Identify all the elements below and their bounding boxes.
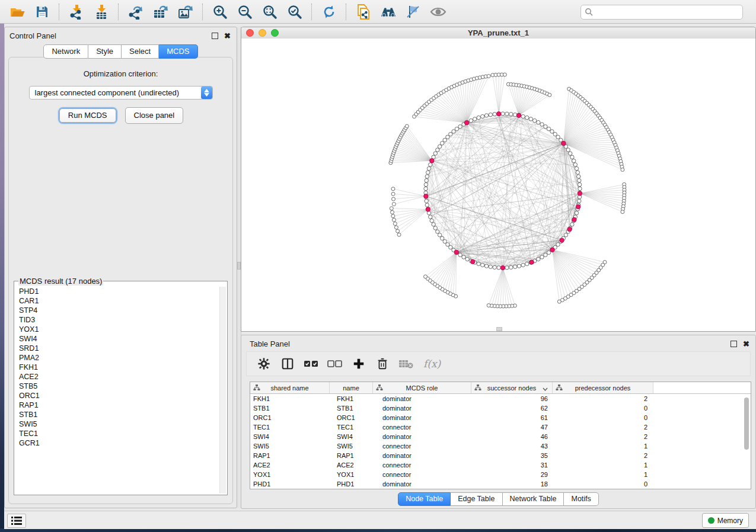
mcds-hub-node[interactable] bbox=[426, 207, 430, 211]
save-session-button[interactable] bbox=[33, 2, 52, 21]
network-node[interactable] bbox=[465, 257, 469, 261]
network-node[interactable] bbox=[433, 152, 437, 155]
column-header-shared-name[interactable]: shared name bbox=[250, 382, 330, 393]
mcds-hub-node[interactable] bbox=[567, 227, 572, 231]
network-node[interactable] bbox=[576, 171, 579, 174]
mcds-hub-node[interactable] bbox=[550, 248, 554, 252]
network-node[interactable] bbox=[452, 130, 455, 133]
network-node[interactable] bbox=[436, 230, 439, 233]
open-session-button[interactable] bbox=[8, 2, 27, 21]
close-panel-button[interactable]: Close panel bbox=[125, 107, 184, 124]
task-history-button[interactable] bbox=[7, 514, 26, 528]
network-node[interactable] bbox=[446, 135, 449, 139]
network-node[interactable] bbox=[505, 266, 509, 270]
network-node[interactable] bbox=[547, 127, 550, 130]
leaf-node[interactable] bbox=[391, 214, 395, 218]
network-node[interactable] bbox=[425, 203, 429, 207]
mcds-hub-node[interactable] bbox=[572, 217, 576, 222]
clone-network-button[interactable] bbox=[354, 2, 373, 21]
leaf-node[interactable] bbox=[557, 300, 561, 303]
network-node[interactable] bbox=[455, 127, 458, 130]
search-network-button[interactable] bbox=[379, 2, 398, 21]
mcds-result-item[interactable]: STB1 bbox=[19, 410, 220, 419]
network-node[interactable] bbox=[578, 199, 581, 203]
optimization-criterion-select[interactable]: largest connected component (undirected) bbox=[29, 86, 213, 100]
leaf-node[interactable] bbox=[487, 304, 490, 307]
leaf-node[interactable] bbox=[397, 233, 401, 236]
network-node[interactable] bbox=[540, 255, 544, 259]
hide-panel-button[interactable] bbox=[404, 2, 423, 21]
network-node[interactable] bbox=[449, 245, 452, 249]
network-node[interactable] bbox=[537, 120, 540, 124]
mcds-hub-node[interactable] bbox=[497, 112, 501, 116]
column-header-MCDS-role[interactable]: MCDS role bbox=[373, 382, 471, 393]
tab-mcds[interactable]: MCDS bbox=[159, 44, 197, 59]
leaf-node[interactable] bbox=[548, 93, 551, 97]
leaf-node[interactable] bbox=[393, 218, 396, 222]
add-column-button[interactable] bbox=[350, 355, 368, 373]
network-node[interactable] bbox=[575, 211, 578, 214]
mcds-hub-node[interactable] bbox=[464, 121, 468, 125]
table-row[interactable]: ACE2ACE2connector311 bbox=[250, 460, 751, 470]
mcds-result-item[interactable]: YOX1 bbox=[19, 325, 220, 334]
network-node[interactable] bbox=[477, 262, 480, 265]
leaf-node[interactable] bbox=[621, 210, 624, 214]
network-node[interactable] bbox=[432, 223, 435, 226]
select-all-button[interactable] bbox=[302, 355, 320, 373]
network-node[interactable] bbox=[449, 132, 452, 136]
result-list-scrollbar[interactable] bbox=[219, 287, 226, 493]
leaf-node[interactable] bbox=[424, 275, 428, 278]
table-scrollbar-thumb[interactable] bbox=[744, 398, 749, 450]
network-node[interactable] bbox=[469, 118, 473, 122]
canvas-resize-handle[interactable] bbox=[496, 327, 502, 331]
leaf-node[interactable] bbox=[396, 229, 400, 233]
mcds-result-item[interactable]: FKH1 bbox=[19, 363, 220, 372]
network-node[interactable] bbox=[578, 187, 582, 190]
function-builder-button[interactable]: f(x) bbox=[421, 355, 446, 373]
network-node[interactable] bbox=[509, 113, 513, 116]
mcds-hub-node[interactable] bbox=[576, 204, 580, 209]
network-node[interactable] bbox=[556, 135, 560, 139]
network-node[interactable] bbox=[573, 163, 577, 166]
leaf-node[interactable] bbox=[390, 207, 393, 210]
table-tab-motifs[interactable]: Motifs bbox=[564, 492, 598, 506]
network-node[interactable] bbox=[443, 138, 446, 142]
mcds-result-item[interactable]: TID3 bbox=[19, 315, 220, 325]
mcds-hub-node[interactable] bbox=[529, 260, 534, 264]
network-node[interactable] bbox=[429, 215, 432, 219]
network-node[interactable] bbox=[441, 236, 444, 240]
show-graphics-button[interactable] bbox=[429, 2, 448, 21]
network-node[interactable] bbox=[427, 166, 430, 170]
network-node[interactable] bbox=[578, 179, 581, 182]
delete-column-button[interactable] bbox=[374, 355, 391, 373]
export-image-button[interactable] bbox=[176, 2, 195, 21]
network-node[interactable] bbox=[433, 226, 437, 230]
network-node[interactable] bbox=[493, 113, 496, 116]
network-node[interactable] bbox=[425, 175, 429, 178]
network-node[interactable] bbox=[462, 255, 465, 259]
column-header-successor-nodes[interactable]: successor nodes bbox=[471, 382, 553, 393]
network-node[interactable] bbox=[547, 251, 550, 254]
refresh-button[interactable] bbox=[320, 2, 339, 21]
network-node[interactable] bbox=[458, 125, 462, 129]
network-node[interactable] bbox=[425, 179, 428, 182]
table-row[interactable]: YOX1YOX1connector291 bbox=[250, 470, 751, 479]
table-scrollbar[interactable] bbox=[744, 395, 749, 488]
mcds-result-item[interactable]: GCR1 bbox=[19, 438, 220, 448]
mcds-result-item[interactable]: ACE2 bbox=[19, 372, 220, 382]
close-panel-icon[interactable]: ✖ bbox=[224, 33, 231, 39]
mcds-result-item[interactable]: PMA2 bbox=[19, 353, 220, 363]
network-node[interactable] bbox=[556, 243, 560, 246]
network-node[interactable] bbox=[436, 148, 439, 152]
import-network-button[interactable] bbox=[67, 2, 86, 21]
zoom-selected-button[interactable] bbox=[285, 2, 304, 21]
mcds-hub-node[interactable] bbox=[424, 194, 428, 198]
network-node[interactable] bbox=[553, 132, 557, 136]
network-node[interactable] bbox=[458, 253, 462, 257]
network-node[interactable] bbox=[513, 265, 517, 268]
network-node[interactable] bbox=[441, 142, 444, 145]
mcds-result-item[interactable]: TEC1 bbox=[19, 429, 220, 438]
network-node[interactable] bbox=[484, 114, 488, 117]
mcds-result-item[interactable]: SWI5 bbox=[19, 419, 220, 429]
leaf-node[interactable] bbox=[391, 210, 394, 214]
